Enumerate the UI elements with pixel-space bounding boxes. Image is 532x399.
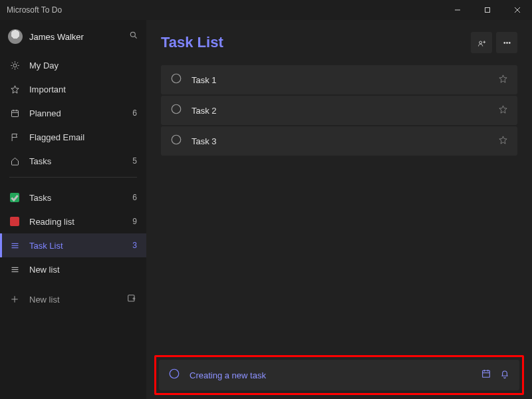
new-list-label: New list: [29, 295, 60, 305]
page-title: Task List: [161, 34, 467, 51]
due-date-icon[interactable]: [481, 368, 491, 382]
sidebar-item-count: 9: [132, 217, 137, 226]
new-list-row[interactable]: New list: [0, 286, 146, 313]
add-task-input[interactable]: [190, 370, 471, 380]
svg-point-30: [479, 41, 481, 44]
svg-point-6: [13, 64, 17, 67]
complete-circle-icon[interactable]: [170, 72, 182, 87]
app-title: Microsoft To Do: [7, 5, 62, 15]
task-list: Task 1 Task 2 Task 3: [161, 65, 517, 156]
svg-point-40: [172, 135, 181, 144]
sidebar-item-label: Task List: [29, 241, 63, 251]
svg-rect-43: [483, 370, 490, 377]
calendar-icon: [9, 108, 20, 118]
sidebar-item-count: 3: [132, 241, 137, 250]
flag-icon: [9, 132, 20, 142]
sidebar: James Walker My Day Important: [0, 20, 146, 399]
sidebar-item-tasks[interactable]: Tasks 5: [0, 149, 146, 173]
plus-icon: [9, 295, 20, 304]
svg-point-4: [130, 32, 135, 37]
square-red-icon: [9, 217, 20, 226]
sidebar-list-reading[interactable]: Reading list 9: [0, 209, 146, 233]
svg-marker-15: [11, 85, 18, 92]
star-icon: [9, 84, 20, 94]
sidebar-item-label: New list: [29, 265, 60, 275]
reminder-icon[interactable]: [499, 368, 510, 382]
more-options-button[interactable]: [496, 32, 517, 53]
svg-line-12: [17, 67, 17, 68]
home-icon: [9, 156, 20, 166]
task-row[interactable]: Task 1: [161, 65, 517, 94]
svg-marker-39: [499, 105, 507, 112]
star-icon[interactable]: [498, 104, 508, 117]
task-title: Task 1: [192, 75, 489, 85]
close-button[interactable]: [502, 0, 532, 20]
search-icon[interactable]: [129, 31, 138, 43]
sidebar-item-label: My Day: [29, 61, 59, 70]
svg-marker-41: [499, 136, 507, 143]
highlight-annotation: [154, 355, 524, 395]
task-title: Task 2: [192, 106, 489, 116]
sidebar-item-label: Tasks: [29, 156, 51, 166]
sidebar-item-planned[interactable]: Planned 6: [0, 101, 146, 125]
titlebar: Microsoft To Do: [0, 0, 532, 20]
sidebar-item-flagged[interactable]: Flagged Email: [0, 125, 146, 149]
sidebar-list-newlist[interactable]: New list: [0, 257, 146, 281]
svg-point-34: [506, 42, 507, 43]
profile-row[interactable]: James Walker: [0, 24, 146, 49]
svg-point-35: [509, 42, 510, 43]
svg-point-38: [172, 104, 181, 114]
sidebar-item-important[interactable]: Important: [0, 77, 146, 101]
complete-circle-icon[interactable]: [170, 103, 182, 118]
sun-icon: [9, 61, 20, 70]
svg-line-11: [11, 62, 12, 63]
divider: [9, 177, 137, 178]
sidebar-item-count: 6: [132, 108, 137, 118]
add-task-bar[interactable]: [159, 360, 519, 390]
svg-line-5: [135, 37, 137, 39]
star-icon[interactable]: [498, 135, 508, 148]
maximize-button[interactable]: [472, 0, 502, 20]
task-row[interactable]: Task 2: [161, 96, 517, 125]
complete-circle-icon: [168, 368, 180, 382]
sidebar-item-label: Tasks: [29, 193, 51, 203]
sidebar-item-count: 5: [132, 156, 137, 166]
svg-line-14: [17, 62, 17, 63]
minimize-button[interactable]: [442, 0, 472, 20]
sidebar-item-label: Planned: [29, 108, 61, 118]
list-icon: [9, 241, 20, 251]
task-title: Task 3: [192, 136, 489, 146]
sidebar-list-tasks[interactable]: Tasks 6: [0, 186, 146, 209]
complete-circle-icon[interactable]: [170, 134, 182, 148]
sidebar-item-myday[interactable]: My Day: [0, 53, 146, 77]
svg-rect-16: [11, 110, 18, 116]
sidebar-item-label: Flagged Email: [29, 132, 84, 142]
task-row[interactable]: Task 3: [161, 126, 517, 156]
sidebar-item-label: Important: [29, 84, 66, 94]
svg-marker-37: [499, 74, 507, 82]
list-icon: [9, 265, 20, 275]
sidebar-item-label: Reading list: [29, 217, 74, 227]
new-group-icon[interactable]: [126, 293, 137, 306]
svg-rect-28: [128, 295, 134, 301]
svg-point-42: [170, 369, 179, 378]
profile-name: James Walker: [29, 32, 122, 42]
sidebar-item-count: 6: [132, 193, 137, 202]
sidebar-list-tasklist[interactable]: Task List 3: [0, 233, 146, 257]
main-content: Task List Task 1 Task 2: [146, 20, 532, 399]
svg-line-13: [11, 67, 12, 68]
avatar: [8, 29, 23, 44]
svg-rect-1: [485, 8, 489, 13]
svg-point-33: [503, 42, 505, 43]
checkbox-green-icon: [9, 193, 20, 202]
star-icon[interactable]: [498, 74, 508, 86]
svg-point-36: [172, 74, 181, 83]
share-button[interactable]: [471, 32, 492, 53]
